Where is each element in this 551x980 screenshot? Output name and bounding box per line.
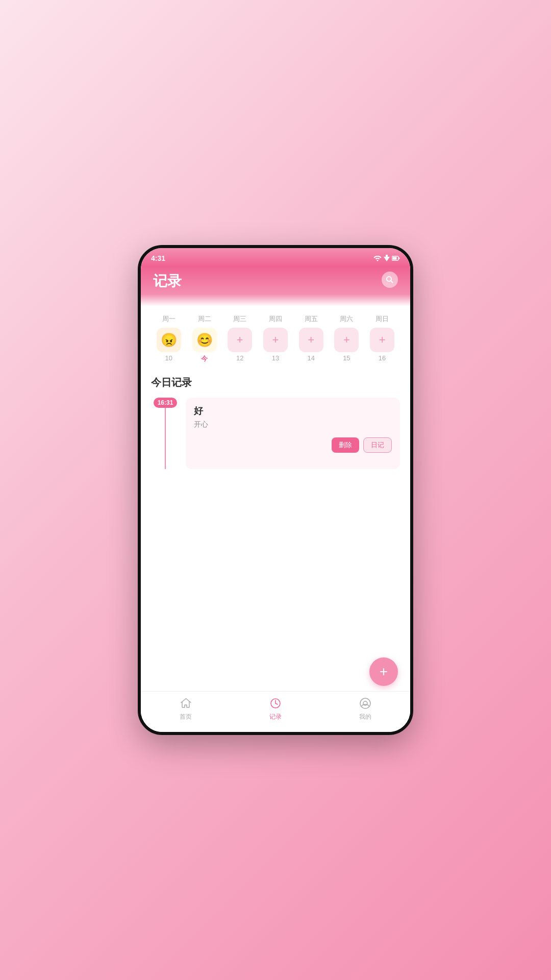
day-label-tue: 周二 bbox=[189, 314, 220, 324]
nav-label-records: 记录 bbox=[269, 713, 282, 721]
mood-icon-sat: + bbox=[334, 328, 359, 352]
date-num-tue: 今 bbox=[201, 354, 208, 363]
day-label-fri: 周五 bbox=[296, 314, 327, 324]
date-num-wed: 12 bbox=[236, 354, 243, 362]
today-section-title: 今日记录 bbox=[151, 376, 400, 389]
date-cell-16[interactable]: + 16 bbox=[367, 328, 397, 363]
svg-rect-1 bbox=[393, 257, 397, 260]
day-label-mon: 周一 bbox=[154, 314, 184, 324]
page-title: 记录 bbox=[153, 272, 398, 291]
day-label-thu: 周四 bbox=[260, 314, 291, 324]
svg-point-3 bbox=[387, 277, 391, 281]
date-cell-12[interactable]: + 12 bbox=[224, 328, 255, 363]
timeline-line bbox=[165, 408, 166, 469]
date-num-mon: 10 bbox=[165, 354, 172, 362]
week-calendar: 周一 周二 周三 周四 周五 周六 周日 😠 10 😊 今 bbox=[151, 314, 400, 363]
delete-button[interactable]: 删除 bbox=[332, 437, 359, 453]
today-section: 今日记录 16:31 好 开心 删除 日记 bbox=[151, 376, 400, 469]
search-button[interactable] bbox=[382, 272, 398, 288]
mood-icon-tue: 😊 bbox=[192, 328, 217, 352]
mood-icon-wed: + bbox=[228, 328, 252, 352]
nav-item-profile[interactable]: 我的 bbox=[350, 696, 381, 721]
add-record-fab[interactable]: + bbox=[369, 657, 398, 686]
day-label-sat: 周六 bbox=[331, 314, 362, 324]
record-mood-title: 好 bbox=[194, 405, 392, 417]
nav-label-profile: 我的 bbox=[359, 713, 371, 721]
time-badge: 16:31 bbox=[154, 398, 178, 408]
svg-rect-2 bbox=[399, 258, 400, 259]
record-card: 好 开心 删除 日记 bbox=[186, 398, 400, 469]
date-cell-14[interactable]: + 14 bbox=[296, 328, 327, 363]
status-time: 4:31 bbox=[151, 254, 165, 262]
day-label-sun: 周日 bbox=[367, 314, 397, 324]
date-num-fri: 14 bbox=[307, 354, 314, 362]
nav-label-home: 首页 bbox=[180, 713, 192, 721]
week-dates-row: 😠 10 😊 今 + 12 + 13 bbox=[151, 328, 400, 363]
week-day-labels: 周一 周二 周三 周四 周五 周六 周日 bbox=[151, 314, 400, 324]
record-entry: 16:31 好 开心 删除 日记 bbox=[151, 398, 400, 469]
mood-icon-fri: + bbox=[299, 328, 323, 352]
bottom-navigation: 首页 记录 我的 bbox=[141, 691, 410, 732]
date-cell-13[interactable]: + 13 bbox=[260, 328, 291, 363]
record-actions: 删除 日记 bbox=[194, 437, 392, 453]
nav-item-records[interactable]: 记录 bbox=[260, 696, 291, 721]
mood-icon-sun: + bbox=[370, 328, 394, 352]
day-label-wed: 周三 bbox=[224, 314, 255, 324]
status-bar: 4:31 bbox=[141, 248, 410, 266]
home-icon bbox=[179, 696, 193, 710]
svg-line-4 bbox=[391, 281, 393, 283]
time-column: 16:31 bbox=[151, 398, 180, 469]
date-cell-10[interactable]: 😠 10 bbox=[154, 328, 184, 363]
date-num-thu: 13 bbox=[272, 354, 279, 362]
records-icon bbox=[268, 696, 283, 710]
date-num-sat: 15 bbox=[343, 354, 350, 362]
status-icons bbox=[373, 255, 400, 262]
mood-icon-thu: + bbox=[263, 328, 288, 352]
mood-icon-mon: 😠 bbox=[157, 328, 181, 352]
app-header: 记录 bbox=[141, 266, 410, 306]
date-cell-today[interactable]: 😊 今 bbox=[189, 328, 220, 363]
profile-icon bbox=[358, 696, 372, 710]
date-cell-15[interactable]: + 15 bbox=[331, 328, 362, 363]
nav-item-home[interactable]: 首页 bbox=[170, 696, 201, 721]
record-mood-sub: 开心 bbox=[194, 420, 392, 429]
date-num-sun: 16 bbox=[379, 354, 386, 362]
diary-button[interactable]: 日记 bbox=[363, 437, 392, 453]
fab-icon: + bbox=[380, 664, 388, 680]
